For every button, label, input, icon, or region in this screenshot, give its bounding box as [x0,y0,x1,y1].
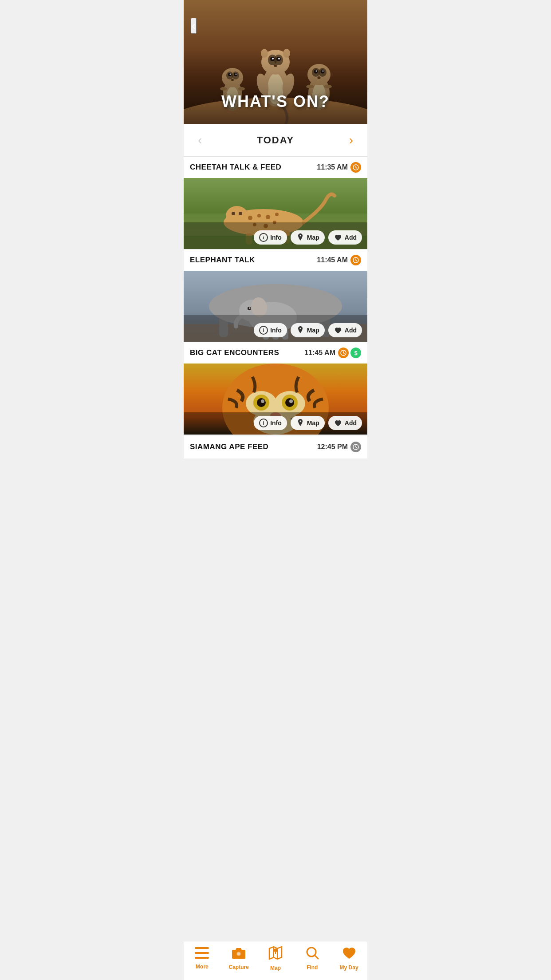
svg-point-87 [261,399,264,403]
event-title-bigcat: BIG CAT ENCOUNTERS [190,348,279,357]
date-label: TODAY [257,134,295,146]
svg-point-86 [285,398,294,407]
info-button-elephant[interactable]: i Info [254,323,287,337]
map-icon-bigcat [296,419,305,427]
map-button-bigcat[interactable]: Map [291,416,325,430]
date-next-button[interactable]: › [344,131,358,149]
event-time-elephant: 11:45 AM [317,255,361,265]
back-button[interactable]: ‹ [191,18,197,34]
dollar-icon-bigcat: $ [350,348,361,358]
svg-point-55 [239,212,242,215]
event-card-siamang: SIAMANG APE FEED 12:45 PM [184,435,367,458]
clock-icon-elephant [350,255,361,265]
add-label-bigcat: Add [345,419,357,427]
event-time-text-siamang: 12:45 PM [317,443,348,451]
info-button-cheetah[interactable]: i Info [254,230,287,245]
event-card-elephant: ELEPHANT TALK 11:45 AM [184,249,367,342]
info-icon-elephant: i [259,326,268,335]
svg-point-48 [266,215,270,219]
map-label-cheetah: Map [307,234,319,241]
clock-icon-siamang [350,442,361,452]
event-actions-cheetah: i Info Map Add [245,226,367,249]
info-label-cheetah: Info [270,234,282,241]
svg-point-46 [248,216,252,220]
map-button-elephant[interactable]: Map [291,323,325,337]
svg-point-88 [289,399,293,403]
info-label-elephant: Info [270,327,282,334]
event-time-text-bigcat: 11:45 AM [304,349,335,357]
event-time-bigcat: 11:45 AM $ [304,348,361,358]
map-icon-elephant [296,326,305,335]
event-card-cheetah: CHEETAH TALK & FEED 11:35 AM [184,157,367,249]
date-navigation: ‹ TODAY › [184,124,367,157]
event-header-cheetah: CHEETAH TALK & FEED 11:35 AM [184,157,367,178]
event-header-elephant: ELEPHANT TALK 11:45 AM [184,249,367,271]
event-actions-bigcat: i Info Map Add [245,411,367,435]
date-prev-button[interactable]: ‹ [193,131,207,149]
event-time-cheetah: 11:35 AM [317,162,361,173]
add-label-elephant: Add [345,327,357,334]
heart-icon-bigcat [334,419,342,427]
hero-title: WHAT'S ON? [184,92,367,111]
svg-point-49 [275,213,279,216]
event-card-bigcat: BIG CAT ENCOUNTERS 11:45 AM $ [184,342,367,435]
info-icon-bigcat: i [259,419,268,427]
event-image-elephant: i Info Map Add [184,271,367,342]
clock-icon-bigcat [338,348,349,358]
event-image-bigcat: i Info Map Add [184,364,367,435]
event-time-text-cheetah: 11:35 AM [317,163,348,171]
event-header-bigcat: BIG CAT ENCOUNTERS 11:45 AM $ [184,342,367,364]
add-label-cheetah: Add [345,234,357,241]
event-title-cheetah: CHEETAH TALK & FEED [190,163,281,172]
info-label-bigcat: Info [270,419,282,427]
event-image-cheetah: i Info Map Add [184,178,367,249]
event-icons-bigcat: $ [338,348,361,358]
map-label-elephant: Map [307,327,319,334]
svg-point-72 [249,308,251,309]
event-time-siamang: 12:45 PM [317,442,361,452]
event-actions-elephant: i Info Map Add [245,319,367,342]
info-icon-cheetah: i [259,233,268,242]
svg-point-54 [232,212,235,215]
svg-point-47 [257,214,261,217]
map-label-bigcat: Map [307,419,319,427]
info-button-bigcat[interactable]: i Info [254,416,287,430]
event-time-text-elephant: 11:45 AM [317,256,348,264]
hero-section: ‹ WHAT'S ON? [184,0,367,124]
map-icon-cheetah [296,233,305,242]
add-button-elephant[interactable]: Add [328,323,362,337]
event-title-elephant: ELEPHANT TALK [190,256,255,265]
add-button-cheetah[interactable]: Add [328,230,362,245]
add-button-bigcat[interactable]: Add [328,416,362,430]
svg-point-85 [257,398,266,407]
clock-icon-cheetah [350,162,361,173]
map-button-cheetah[interactable]: Map [291,230,325,245]
event-title-siamang: SIAMANG APE FEED [190,443,268,451]
heart-icon-elephant [334,326,342,335]
heart-icon-cheetah [334,233,342,242]
